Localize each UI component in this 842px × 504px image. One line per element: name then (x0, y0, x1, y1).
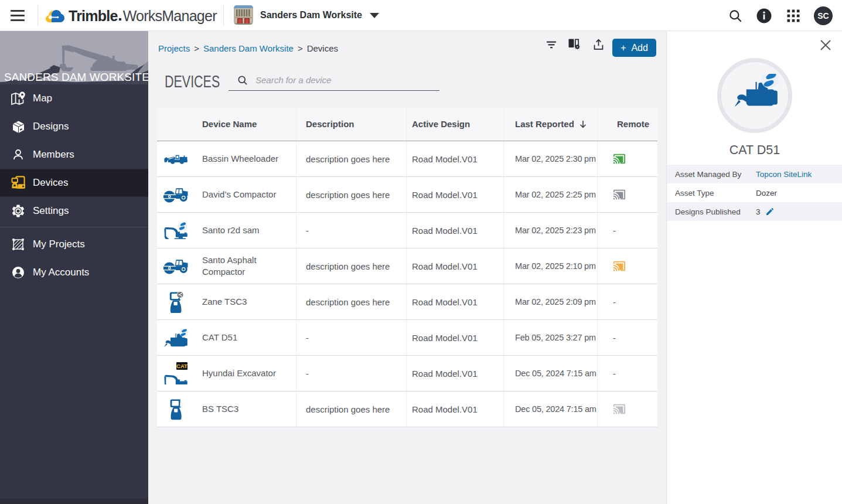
svg-text:CAT: CAT (176, 363, 188, 369)
